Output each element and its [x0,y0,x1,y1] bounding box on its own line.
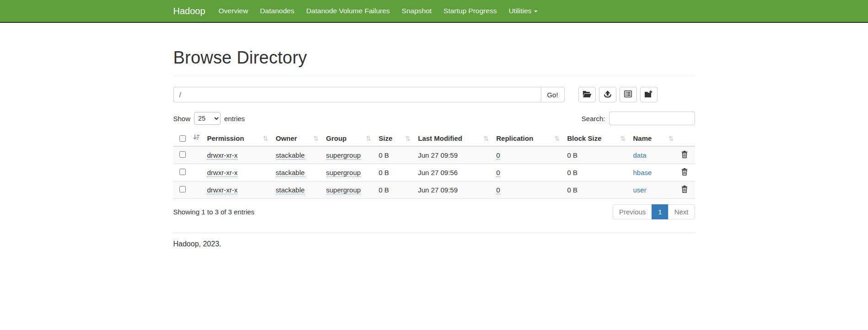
column-header-last-modified[interactable]: Last Modified ⇅ [415,131,493,146]
directory-table: Permission ⇅ Owner ⇅ Group ⇅ Size ⇅ Last… [173,131,695,199]
column-header-name[interactable]: Name ⇅ [630,131,678,146]
directory-link[interactable]: hbase [633,169,652,176]
select-all-checkbox[interactable] [179,135,186,142]
table-row: drwxr-xr-x stackable supergroup 0 B Jun … [173,146,695,164]
path-bar: Go! [173,87,695,102]
navbar: Hadoop Overview Datanodes Datanode Volum… [0,0,868,23]
list-alt-button[interactable] [620,87,637,102]
nav-item-snapshot[interactable]: Snapshot [396,7,438,15]
column-header-owner[interactable]: Owner ⇅ [272,131,323,146]
navbar-brand[interactable]: Hadoop [173,6,205,16]
sort-icon: ⇅ [263,135,269,142]
nav-item-datanode-volume-failures[interactable]: Datanode Volume Failures [300,7,396,15]
footer-text: Hadoop, 2023. [173,240,695,248]
nav-item-datanodes[interactable]: Datanodes [254,7,300,15]
utilities-label: Utilities [509,7,532,15]
permission-cell[interactable]: drwxr-xr-x [207,151,238,160]
go-button[interactable]: Go! [541,87,565,102]
sort-icon: ⇅ [484,135,489,142]
table-row: drwxr-xr-x stackable supergroup 0 B Jun … [173,181,695,199]
table-row: drwxr-xr-x stackable supergroup 0 B Jun … [173,164,695,181]
sort-icon: ⇅ [366,135,372,142]
row-checkbox[interactable] [179,151,186,158]
owner-cell[interactable]: stackable [276,151,305,160]
trash-icon[interactable] [681,168,688,176]
sort-icon: ⇅ [555,135,560,142]
pagination: Previous 1 Next [613,204,695,219]
directory-link[interactable]: data [633,151,647,159]
size-cell: 0 B [375,164,415,181]
create-directory-button[interactable] [640,87,658,102]
pagination-page-1-button[interactable]: 1 [652,204,668,219]
block-size-cell: 0 B [564,146,630,164]
directory-path-input[interactable] [173,87,541,102]
table-controls: Show 25 entries Search: [173,112,695,125]
trash-icon[interactable] [681,151,688,158]
owner-cell[interactable]: stackable [276,169,305,177]
search-input[interactable] [609,112,695,125]
group-cell[interactable]: supergroup [326,151,361,160]
last-modified-cell: Jun 27 09:59 [415,146,493,164]
caret-down-icon [534,11,538,12]
sort-icon: ⇅ [313,135,319,142]
trash-icon[interactable] [681,186,688,193]
column-header-size[interactable]: Size ⇅ [375,131,415,146]
pagination-next-button[interactable]: Next [668,204,695,219]
actions-header [678,131,695,146]
search-label: Search: [582,115,605,122]
column-header-permission[interactable]: Permission ⇅ [204,131,272,146]
last-modified-cell: Jun 27 09:56 [415,164,493,181]
row-checkbox[interactable] [179,169,186,175]
heading-divider [173,76,695,76]
size-cell: 0 B [375,146,415,164]
sort-icon: ⇅ [405,135,411,142]
page-title: Browse Directory [173,48,695,68]
footer-divider [173,233,695,233]
group-cell[interactable]: supergroup [326,186,361,194]
nav-item-startup-progress[interactable]: Startup Progress [437,7,502,15]
sort-by-attributes-icon [193,134,200,142]
path-input-group: Go! [173,87,565,102]
owner-cell[interactable]: stackable [276,186,305,194]
table-header-row: Permission ⇅ Owner ⇅ Group ⇅ Size ⇅ Last… [173,131,695,146]
open-folder-button[interactable] [578,87,596,102]
nav-item-overview[interactable]: Overview [213,7,254,15]
column-header-group[interactable]: Group ⇅ [323,131,375,146]
new-folder-icon [644,90,653,99]
upload-file-button[interactable] [599,87,616,102]
last-modified-cell: Jun 27 09:59 [415,181,493,199]
column-header-block-size[interactable]: Block Size ⇅ [564,131,630,146]
entries-label: entries [224,115,245,122]
upload-icon [604,90,612,99]
directory-link[interactable]: user [633,186,647,194]
table-info: Showing 1 to 3 of 3 entries [173,208,255,216]
select-all-header[interactable] [173,131,204,146]
block-size-cell: 0 B [564,181,630,199]
nav-item-utilities-dropdown[interactable]: Utilities [503,7,544,15]
block-size-cell: 0 B [564,164,630,181]
size-cell: 0 B [375,181,415,199]
show-label: Show [173,115,191,122]
permission-cell[interactable]: drwxr-xr-x [207,186,238,194]
replication-cell[interactable]: 0 [496,186,500,194]
pagination-previous-button[interactable]: Previous [613,204,652,219]
sort-icon: ⇅ [669,135,674,142]
permission-cell[interactable]: drwxr-xr-x [207,169,238,177]
replication-cell[interactable]: 0 [496,169,500,177]
sort-icon: ⇅ [620,135,626,142]
group-cell[interactable]: supergroup [326,169,361,177]
row-checkbox[interactable] [179,186,186,192]
file-action-buttons [578,87,658,102]
open-folder-icon [582,90,592,99]
page-size-select[interactable]: 25 [194,112,221,125]
column-header-replication[interactable]: Replication ⇅ [493,131,564,146]
list-alt-icon [624,90,632,99]
replication-cell[interactable]: 0 [496,151,500,160]
